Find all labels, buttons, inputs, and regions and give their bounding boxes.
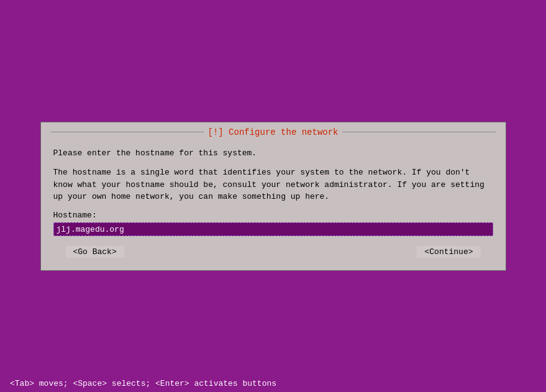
- hostname-input[interactable]: [57, 225, 490, 234]
- hostname-input-container[interactable]: [53, 222, 493, 236]
- dialog: [!] Configure the network Please enter t…: [40, 122, 506, 271]
- status-bar: <Tab> moves; <Space> selects; <Enter> ac…: [0, 375, 546, 392]
- dialog-title-bar: [!] Configure the network: [51, 122, 496, 137]
- button-row: <Go Back> <Continue>: [53, 246, 493, 258]
- paragraph1: Please enter the hostname for this syste…: [53, 147, 493, 160]
- screen: [!] Configure the network Please enter t…: [0, 0, 546, 392]
- hostname-label: Hostname:: [53, 211, 493, 220]
- continue-button[interactable]: <Continue>: [417, 246, 480, 258]
- dialog-content: Please enter the hostname for this syste…: [41, 137, 506, 270]
- paragraph2: The hostname is a single word that ident…: [53, 166, 493, 203]
- title-line-right: [342, 132, 496, 132]
- title-line-left: [51, 132, 204, 132]
- status-text: <Tab> moves; <Space> selects; <Enter> ac…: [10, 379, 276, 388]
- go-back-button[interactable]: <Go Back>: [66, 246, 124, 258]
- dialog-title: [!] Configure the network: [204, 127, 342, 137]
